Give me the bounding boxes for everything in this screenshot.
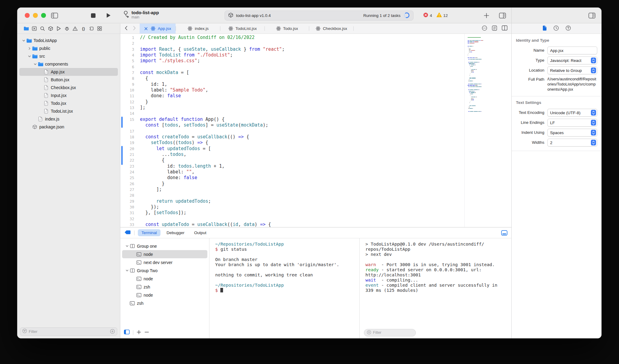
minimize-window-button[interactable] <box>33 13 38 18</box>
project-info[interactable]: todo-list-app main <box>123 10 159 20</box>
terminal-pane-2[interactable]: > TodoListApp@0.1.0 dev /Users/austincon… <box>360 238 511 338</box>
back-icon[interactable] <box>125 26 128 32</box>
file-tree-item-todolist-jsx[interactable]: TodoList.jsx <box>19 107 118 115</box>
braces-icon[interactable]: { } <box>81 26 86 31</box>
minimap-line <box>468 84 470 84</box>
inspector-row: Text EncodingUnicode (UTF-8) <box>516 109 597 117</box>
indent-using-dropdown[interactable]: Spaces <box>547 129 597 137</box>
file-inspector-icon[interactable] <box>542 25 547 32</box>
git-change-bar[interactable] <box>121 146 123 165</box>
code-line <box>140 192 464 198</box>
disclosure-closed-icon[interactable] <box>27 47 32 50</box>
terminal-pane-1[interactable]: ~/Repositories/TodoListApp$ git status O… <box>209 238 360 338</box>
toggle-left-sidebar-icon[interactable] <box>51 8 58 23</box>
add-button[interactable] <box>484 8 489 23</box>
toggle-inspector-icon[interactable] <box>588 8 595 23</box>
file-tree-item-index-js[interactable]: index.js <box>19 115 118 123</box>
swap-editor-icon[interactable] <box>492 25 497 32</box>
file-tree-item-src[interactable]: src <box>19 52 118 60</box>
type-dropdown[interactable]: Javascript: React <box>547 56 597 64</box>
code-line: } <box>140 99 464 105</box>
minimap-line <box>479 62 480 63</box>
remove-terminal-icon[interactable] <box>144 330 149 336</box>
run-button[interactable] <box>106 8 111 23</box>
toggle-terminal-sidebar-icon[interactable] <box>124 330 130 336</box>
terminal-tree-item-zsh[interactable]: zsh <box>122 299 207 307</box>
location-dropdown[interactable]: Relative to Group <box>547 66 597 74</box>
file-tree-item-todolistapp[interactable]: TodoListApp <box>19 37 118 44</box>
zoom-window-button[interactable] <box>41 13 46 18</box>
disclosure-open-icon[interactable] <box>21 39 26 42</box>
toggle-right-panel-icon[interactable] <box>499 8 506 23</box>
file-tree-item-app-jsx[interactable]: App.jsx <box>19 68 118 76</box>
warnings-icon[interactable] <box>436 12 442 18</box>
terminal-tree-item-node[interactable]: node <box>122 291 207 299</box>
terminal-tree-item-node[interactable]: node <box>122 275 207 283</box>
editor-tab-index-js[interactable]: index.js <box>176 24 220 34</box>
panel-tab-output[interactable]: Output <box>190 229 210 236</box>
tab-overflow-icon[interactable] <box>482 25 487 32</box>
activity-status-bar[interactable]: todo-list-app v1.0.4 Running 1 of 2 task… <box>225 11 413 21</box>
split-editor-icon[interactable] <box>502 25 507 32</box>
disclosure-open-icon[interactable] <box>125 244 129 248</box>
code-line: const updateTodo = useCallback((id, data… <box>140 222 464 227</box>
collapse-panel-icon[interactable] <box>501 230 507 236</box>
search-icon[interactable] <box>40 26 45 31</box>
terminal-tree-item-group-two[interactable]: Group Two <box>122 266 207 275</box>
add-terminal-icon[interactable] <box>137 330 141 336</box>
terminal-tree-item-next-dev-server[interactable]: next dev server <box>122 258 207 266</box>
text-encoding-dropdown[interactable]: Unicode (UTF-8) <box>547 109 597 117</box>
terminal-tree-item-node[interactable]: node <box>122 250 207 258</box>
bug-icon[interactable] <box>64 26 70 31</box>
forward-icon[interactable] <box>133 26 136 32</box>
disclosure-open-icon[interactable] <box>27 55 32 58</box>
package-dependencies-icon[interactable] <box>48 26 53 31</box>
line-endings-dropdown[interactable]: LF <box>547 119 597 127</box>
widths-dropdown[interactable]: 2 <box>547 139 597 147</box>
grid-icon[interactable] <box>97 26 102 31</box>
add-filter-icon[interactable] <box>110 329 115 334</box>
source-control-icon[interactable] <box>32 26 37 31</box>
file-tree-item-package-json[interactable]: package.json <box>19 123 118 131</box>
file-filter-input[interactable]: Filter <box>20 327 117 336</box>
terminal-tree-item-group-one[interactable]: Group one <box>122 242 207 250</box>
file-tree-item-button-jsx[interactable]: Button.jsx <box>19 76 118 84</box>
extensions-icon[interactable] <box>89 26 94 31</box>
line-number: 31 <box>120 210 134 216</box>
line-number: 12 <box>120 99 134 105</box>
close-tab-icon[interactable] <box>144 27 148 31</box>
sidebar-divider[interactable] <box>120 24 120 338</box>
drawer-icon[interactable] <box>124 230 131 236</box>
minimap-line <box>470 41 472 42</box>
file-tree-item-input-jsx[interactable]: Input.jsx <box>19 92 118 99</box>
issues-warning-icon[interactable] <box>73 26 78 31</box>
file-tree-item-components[interactable]: components <box>19 60 118 68</box>
stop-button[interactable] <box>91 8 96 23</box>
minimap[interactable] <box>464 34 511 227</box>
panel-tab-debugger[interactable]: Debugger <box>163 229 188 236</box>
editor-tab-app-jsx[interactable]: App.jsx <box>140 24 176 34</box>
code-line: { <box>140 157 464 163</box>
close-window-button[interactable] <box>25 13 30 18</box>
terminal-filter-input[interactable]: Filter <box>364 329 416 337</box>
inspector-divider[interactable] <box>511 8 512 338</box>
code-editor[interactable]: 123456789101112131415 171819202122232425… <box>120 34 511 227</box>
project-navigator-icon[interactable] <box>24 26 29 31</box>
editor-tab-todolist-jsx[interactable]: TodoList.jsx <box>220 24 264 34</box>
file-tree-item-todo-jsx[interactable]: Todo.jsx <box>19 99 118 107</box>
help-inspector-icon[interactable] <box>566 25 571 32</box>
editor-tab-todo-jsx[interactable]: Todo.jsx <box>265 24 309 34</box>
terminal-tree-item-zsh[interactable]: zsh <box>122 283 207 291</box>
editor-tab-checkbox-jsx[interactable]: Checkbox.jsx <box>309 24 353 34</box>
disclosure-open-icon[interactable] <box>33 63 37 66</box>
disclosure-open-icon[interactable] <box>125 269 129 272</box>
file-tree-item-checkbox-jsx[interactable]: Checkbox.jsx <box>19 84 118 92</box>
errors-icon[interactable] <box>423 12 428 18</box>
inspector-row: Widths2 <box>516 139 597 147</box>
history-inspector-icon[interactable] <box>553 25 559 32</box>
file-tree-item-public[interactable]: public <box>19 44 118 52</box>
git-change-bar[interactable] <box>121 117 123 128</box>
name-field[interactable] <box>547 47 597 54</box>
panel-tab-terminal[interactable]: Terminal <box>138 229 160 236</box>
run-navigator-icon[interactable] <box>56 26 61 31</box>
